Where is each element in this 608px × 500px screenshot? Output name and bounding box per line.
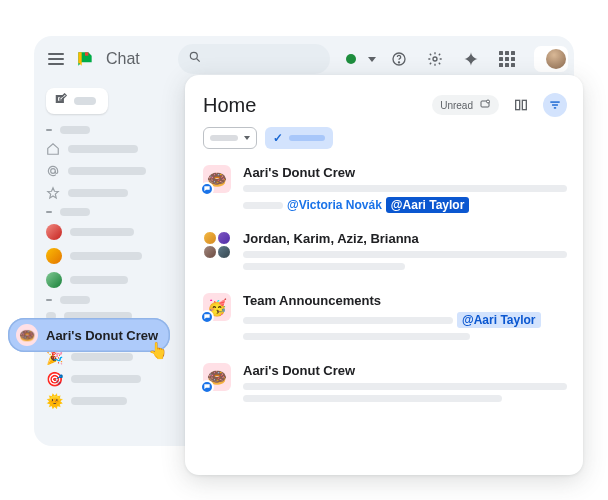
target-icon: 🎯	[46, 372, 63, 386]
main-panel: Home Unread ✓	[185, 75, 583, 475]
tooltip-label: Aari's Donut Crew	[46, 328, 158, 343]
sidebar-item[interactable]	[42, 220, 160, 244]
sidebar-item[interactable]	[42, 268, 160, 292]
svg-point-5	[51, 169, 56, 174]
svg-point-4	[433, 57, 437, 61]
svg-point-0	[190, 52, 197, 59]
thread-badge-icon	[200, 310, 214, 324]
placeholder	[243, 202, 283, 209]
party-icon: 🎉	[46, 350, 63, 364]
sidebar: 🍩 🎉 🎯 🌞	[34, 82, 166, 446]
placeholder	[243, 185, 567, 192]
thread-badge-icon	[200, 380, 214, 394]
menu-button[interactable]	[48, 53, 64, 65]
donut-icon: 🍩	[16, 324, 38, 346]
thread-badge-icon	[200, 182, 214, 196]
gemini-button[interactable]	[458, 46, 484, 72]
settings-button[interactable]	[422, 46, 448, 72]
feed-item-title: Aari's Donut Crew	[243, 363, 567, 378]
feed-item[interactable]: 🍩 Aari's Donut Crew	[203, 363, 575, 407]
new-chat-button[interactable]	[46, 88, 108, 114]
sidebar-item[interactable]: 🌞	[42, 390, 160, 412]
panel-title: Home	[203, 94, 256, 117]
filter-chip-active[interactable]: ✓	[265, 127, 333, 149]
status-caret-icon[interactable]	[368, 57, 376, 62]
hover-tooltip: 🍩 Aari's Donut Crew	[8, 318, 170, 352]
star-icon	[46, 186, 60, 200]
mention-icon	[46, 164, 60, 178]
sidebar-item[interactable]: 🎯	[42, 368, 160, 390]
filter-row: ✓	[203, 127, 575, 149]
check-icon: ✓	[273, 131, 283, 145]
feed-item[interactable]: 🍩 Aari's Donut Crew @Victoria Novák @Aar…	[203, 165, 575, 213]
svg-point-7	[487, 100, 490, 103]
placeholder	[243, 333, 470, 340]
new-chat-icon	[54, 92, 68, 110]
search-icon	[188, 50, 202, 68]
placeholder	[74, 97, 96, 105]
placeholder	[243, 317, 453, 324]
svg-line-1	[197, 59, 200, 62]
avatar	[546, 49, 566, 69]
account-button[interactable]	[534, 46, 568, 72]
sidebar-item[interactable]	[42, 244, 160, 268]
sidebar-item[interactable]	[42, 182, 160, 204]
unread-label: Unread	[440, 100, 473, 111]
svg-rect-8	[516, 100, 520, 109]
feed-item-title: Team Announcements	[243, 293, 567, 308]
feed-item[interactable]: Jordan, Karim, Aziz, Brianna	[203, 231, 575, 275]
mention-link[interactable]: @Victoria Novák	[287, 198, 382, 212]
search-input[interactable]	[178, 44, 330, 74]
placeholder	[243, 383, 567, 390]
mention-pill[interactable]: @Aari Taylor	[457, 312, 541, 328]
sidebar-section-header[interactable]	[42, 122, 160, 138]
filter-dropdown[interactable]	[203, 127, 257, 149]
placeholder	[243, 395, 502, 402]
apps-button[interactable]	[494, 46, 520, 72]
feed-item-title: Jordan, Karim, Aziz, Brianna	[243, 231, 567, 246]
mention-pill[interactable]: @Aari Taylor	[386, 197, 470, 213]
placeholder	[289, 135, 325, 141]
status-active-icon	[346, 54, 356, 64]
filter-button[interactable]	[543, 93, 567, 117]
sidebar-item[interactable]	[42, 138, 160, 160]
svg-rect-9	[522, 100, 526, 109]
chat-logo	[74, 49, 96, 69]
view-toggle-button[interactable]	[509, 93, 533, 117]
placeholder	[210, 135, 238, 141]
unread-icon	[479, 98, 491, 112]
home-icon	[46, 142, 60, 156]
group-avatar	[203, 231, 231, 259]
sidebar-section-header[interactable]	[42, 204, 160, 220]
placeholder	[243, 251, 567, 258]
unread-toggle[interactable]: Unread	[432, 95, 499, 115]
feed: 🍩 Aari's Donut Crew @Victoria Novák @Aar…	[203, 165, 575, 407]
app-title: Chat	[106, 50, 140, 68]
feed-item[interactable]: 🥳 Team Announcements @Aari Taylor	[203, 293, 575, 345]
chevron-down-icon	[244, 136, 250, 140]
sun-icon: 🌞	[46, 394, 63, 408]
placeholder	[243, 263, 405, 270]
help-button[interactable]	[386, 46, 412, 72]
sidebar-section-header[interactable]	[42, 292, 160, 308]
svg-point-3	[398, 62, 399, 63]
sidebar-item[interactable]	[42, 160, 160, 182]
feed-item-title: Aari's Donut Crew	[243, 165, 567, 180]
